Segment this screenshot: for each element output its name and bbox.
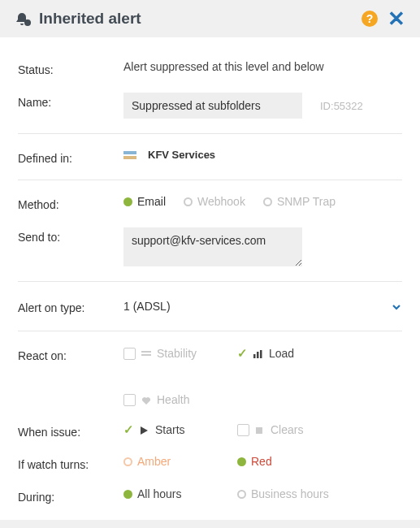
svg-rect-7 xyxy=(256,427,262,434)
method-label: Method: xyxy=(18,195,123,211)
load-icon xyxy=(253,347,264,360)
close-icon[interactable]: ✕ xyxy=(388,8,405,29)
svg-rect-2 xyxy=(141,351,151,353)
when-label: When issue: xyxy=(18,422,123,439)
when-row: When issue: ✓ Starts Clears xyxy=(18,414,402,447)
radio-dot-icon xyxy=(123,457,132,466)
watch-row: If watch turns: Amber Red xyxy=(18,447,402,479)
separator xyxy=(18,180,402,180)
heart-icon xyxy=(141,393,152,406)
defined-label: Defined in: xyxy=(18,149,123,165)
check-icon: ✓ xyxy=(237,346,248,361)
dialog-body: Status: Alert suppressed at this level a… xyxy=(0,37,420,520)
when-starts[interactable]: ✓ Starts xyxy=(123,422,205,437)
during-all[interactable]: All hours xyxy=(123,487,205,500)
react-stability[interactable]: Stability xyxy=(123,347,205,360)
svg-rect-4 xyxy=(253,354,256,358)
radio-dot-icon xyxy=(184,197,193,206)
method-email[interactable]: Email xyxy=(123,195,166,208)
status-row: Status: Alert suppressed at this level a… xyxy=(18,52,402,84)
method-webhook[interactable]: Webhook xyxy=(184,195,245,208)
radio-dot-icon xyxy=(263,197,272,206)
during-row: During: All hours Business hours xyxy=(18,479,402,512)
watch-red[interactable]: Red xyxy=(237,455,318,468)
checkbox-icon xyxy=(237,424,249,436)
separator xyxy=(18,331,402,331)
during-business[interactable]: Business hours xyxy=(237,487,329,500)
sendto-label: Send to: xyxy=(18,227,123,244)
svg-rect-5 xyxy=(257,352,259,358)
stability-icon xyxy=(141,347,152,360)
checkbox-icon xyxy=(123,394,136,406)
id-text: ID:55322 xyxy=(320,100,363,112)
stop-icon xyxy=(254,423,266,436)
dialog-header: Inherited alert ? ✕ xyxy=(0,0,420,37)
method-row: Method: Email Webhook SNMP Trap xyxy=(18,187,402,219)
bell-gear-icon xyxy=(15,10,32,28)
dialog-footer: Delete Save Cancel xyxy=(0,520,420,528)
folder-icon xyxy=(123,151,136,159)
watch-label: If watch turns: xyxy=(18,455,123,471)
name-label: Name: xyxy=(18,93,123,109)
radio-dot-icon xyxy=(123,490,132,499)
sendto-row: Send to: xyxy=(18,219,402,275)
radio-dot-icon xyxy=(123,197,132,206)
help-icon[interactable]: ? xyxy=(362,11,378,27)
defined-value: KFV Services xyxy=(148,149,215,161)
status-label: Status: xyxy=(18,60,123,76)
chevron-down-icon xyxy=(391,300,402,313)
separator xyxy=(18,281,402,282)
status-value: Alert suppressed at this level and below xyxy=(123,60,402,73)
checkbox-icon xyxy=(123,348,136,360)
radio-dot-icon xyxy=(237,490,246,499)
name-input[interactable] xyxy=(123,93,302,119)
defined-row: Defined in: KFV Services xyxy=(18,141,402,173)
react-load[interactable]: ✓ Load xyxy=(237,346,318,361)
react-row: React on: Stability ✓ Load Health xyxy=(18,338,402,414)
method-snmp[interactable]: SNMP Trap xyxy=(263,195,336,208)
play-icon xyxy=(139,423,150,436)
radio-dot-icon xyxy=(237,457,246,466)
react-health[interactable]: Health xyxy=(123,393,205,406)
alert-type-value: 1 (ADSL) xyxy=(123,300,391,313)
svg-rect-3 xyxy=(141,354,151,356)
separator xyxy=(18,133,402,134)
sendto-input[interactable] xyxy=(123,227,302,266)
during-label: During: xyxy=(18,487,123,504)
alert-type-row[interactable]: Alert on type: 1 (ADSL) xyxy=(18,288,402,324)
dialog-title: Inherited alert xyxy=(39,10,141,28)
name-row: Name: ID:55322 xyxy=(18,84,402,127)
watch-amber[interactable]: Amber xyxy=(123,455,205,468)
when-clears[interactable]: Clears xyxy=(237,423,318,436)
react-label: React on: xyxy=(18,346,123,362)
check-icon: ✓ xyxy=(123,422,134,437)
svg-rect-6 xyxy=(260,350,262,358)
alert-type-label: Alert on type: xyxy=(18,298,123,314)
